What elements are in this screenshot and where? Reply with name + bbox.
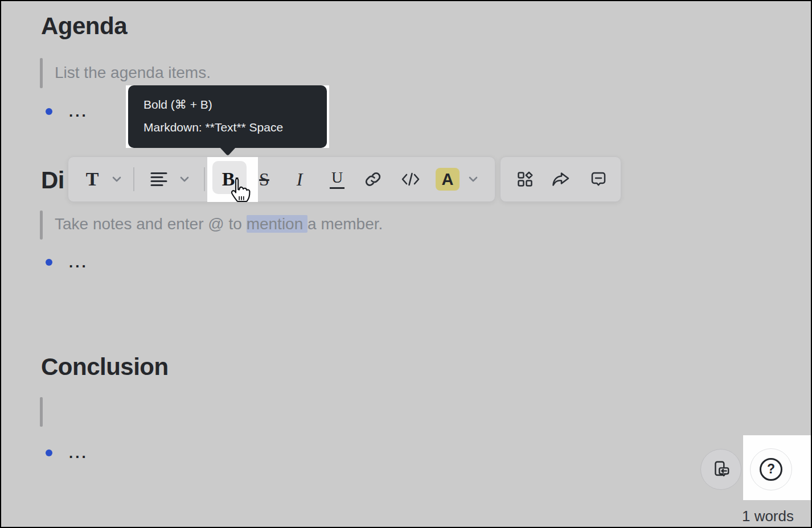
- highlight-color-button[interactable]: A: [435, 156, 460, 202]
- text-style-button[interactable]: T: [80, 156, 105, 202]
- comment-button[interactable]: [586, 156, 611, 202]
- format-toolbar: [68, 156, 495, 202]
- help-question-icon: ?: [760, 458, 782, 481]
- agenda-bullet-item[interactable]: ...: [69, 101, 88, 122]
- document-editor-screen: Agenda List the agenda items. ... Di Tak…: [0, 0, 812, 528]
- selected-text: mention: [247, 215, 307, 233]
- tooltip-markdown-text: Markdown: **Text** Space: [143, 120, 283, 135]
- underline-button[interactable]: U: [325, 156, 350, 202]
- text-style-label: T: [86, 170, 99, 189]
- agenda-placeholder[interactable]: List the agenda items.: [55, 63, 211, 83]
- toolbar-divider: [133, 167, 134, 191]
- align-left-icon: [150, 172, 167, 187]
- share-icon: [551, 171, 571, 188]
- quote-bar: [40, 211, 43, 240]
- word-count: 1 words: [679, 508, 794, 525]
- code-icon: [401, 171, 420, 187]
- heading-discussion-partial: Di: [41, 164, 64, 196]
- blocks-icon: [516, 171, 534, 188]
- heading-agenda: Agenda: [41, 10, 127, 42]
- heading-conclusion: Conclusion: [41, 351, 169, 383]
- italic-label: I: [297, 170, 303, 188]
- bullet-dot: [46, 449, 52, 456]
- share-button[interactable]: [548, 156, 573, 202]
- text-style-chevron-down-icon[interactable]: [104, 156, 129, 202]
- align-button[interactable]: [146, 156, 171, 202]
- discussion-placeholder[interactable]: Take notes and enter @ to mention a memb…: [55, 214, 383, 234]
- code-button[interactable]: [398, 156, 423, 202]
- help-button[interactable]: ?: [750, 448, 792, 490]
- link-button[interactable]: [360, 156, 386, 202]
- comment-panel-icon: [711, 460, 731, 479]
- bold-tooltip: Bold (⌘ + B) Markdown: **Text** Space: [128, 85, 327, 148]
- text-caret-bar: [40, 397, 43, 427]
- underline-label: U: [330, 170, 345, 189]
- strikethrough-label: S: [259, 170, 269, 188]
- bullet-dot: [46, 259, 52, 266]
- strikethrough-button[interactable]: S: [252, 156, 277, 202]
- discussion-bullet-item[interactable]: ...: [69, 252, 88, 273]
- toolbar-divider: [204, 167, 205, 191]
- hand-cursor-icon: [225, 176, 252, 205]
- comment-icon: [590, 171, 607, 188]
- link-icon: [364, 171, 382, 188]
- placeholder-text-before: Take notes and enter @ to: [55, 215, 247, 233]
- placeholder-text-after: a member.: [307, 215, 383, 233]
- bullet-dot: [46, 108, 52, 115]
- comment-panel-button[interactable]: [700, 449, 741, 490]
- highlight-chip: A: [436, 168, 460, 191]
- blocks-button[interactable]: [512, 156, 538, 202]
- highlight-chevron-down-icon[interactable]: [461, 156, 486, 202]
- conclusion-bullet-item[interactable]: ...: [69, 443, 88, 463]
- italic-button[interactable]: I: [287, 156, 312, 202]
- tooltip-shortcut-text: Bold (⌘ + B): [143, 97, 212, 112]
- quote-bar: [40, 58, 43, 88]
- tooltip-arrow: [219, 147, 236, 156]
- align-chevron-down-icon[interactable]: [172, 156, 197, 202]
- highlight-label: A: [442, 170, 454, 189]
